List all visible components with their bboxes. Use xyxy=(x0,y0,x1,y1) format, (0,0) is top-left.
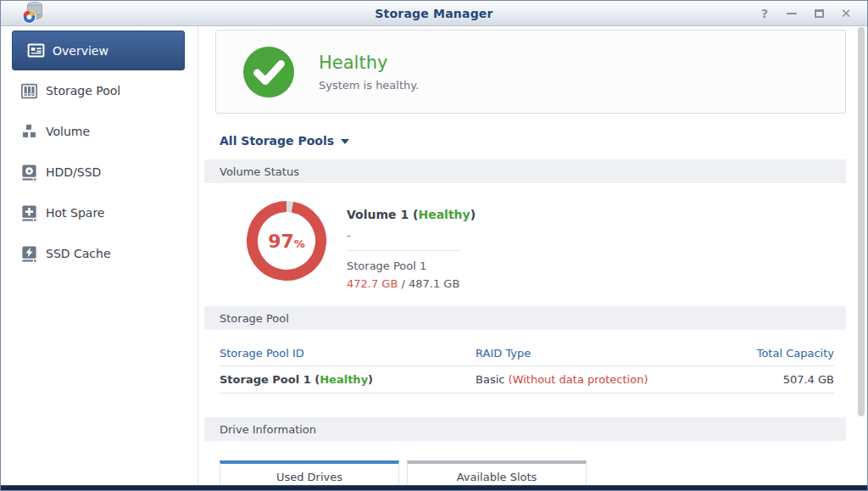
sidebar-item-overview[interactable]: Overview xyxy=(12,31,185,70)
sidebar-item-label: Volume xyxy=(46,125,90,138)
overview-panel: Healthy System is healthy. All Storage P… xyxy=(198,26,856,491)
storage-manager-app-icon xyxy=(21,2,45,25)
health-status-title: Healthy xyxy=(319,53,419,73)
pool-filter-label: All Storage Pools xyxy=(220,134,334,148)
sidebar-item-label: Overview xyxy=(53,44,108,58)
volume-usage-donut-chart: 97% xyxy=(247,201,326,281)
sidebar-item-hot-spare[interactable]: Hot Spare xyxy=(1,192,198,233)
pool-id-cell: Storage Pool 1 (Healthy) xyxy=(220,373,476,386)
sidebar-item-volume[interactable]: Volume xyxy=(1,111,198,152)
volume-status-row: 97% Volume 1 (Healthy) - Storage Pool 1 … xyxy=(247,201,846,302)
sidebar-item-storage-pool[interactable]: Storage Pool xyxy=(1,70,198,111)
storage-manager-window: Storage Manager ? ✕ Overvi xyxy=(0,0,868,491)
section-title: Drive Information xyxy=(220,423,316,436)
storage-pool-table: Storage Pool ID RAID Type Total Capacity… xyxy=(220,340,834,393)
column-header-total-capacity[interactable]: Total Capacity xyxy=(741,347,834,360)
desktop-edge-bar xyxy=(1,485,867,490)
section-header-volume-status: Volume Status xyxy=(204,159,846,183)
volume-description: - xyxy=(347,229,601,242)
raid-type-cell: Basic (Without data protection) xyxy=(476,373,741,386)
volume-cubes-icon xyxy=(20,123,38,141)
capacity-cell: 507.4 GB xyxy=(741,373,834,386)
volume-status-healthy: Healthy xyxy=(418,208,470,221)
window-title: Storage Manager xyxy=(1,7,867,20)
minimize-icon[interactable] xyxy=(784,6,799,21)
maximize-icon[interactable] xyxy=(811,6,826,21)
health-status-message: System is healthy. xyxy=(319,79,419,92)
raid-warning-note: (Without data protection) xyxy=(509,373,648,386)
sidebar-item-label: Hot Spare xyxy=(46,206,104,220)
sidebar: Overview Storage Pool xyxy=(1,26,198,491)
vertical-scrollbar[interactable] xyxy=(856,26,867,491)
help-icon[interactable]: ? xyxy=(757,6,772,21)
title-bar: Storage Manager ? ✕ xyxy=(1,1,867,26)
section-title: Storage Pool xyxy=(220,312,289,325)
volume-used: 472.7 GB xyxy=(347,277,398,290)
section-header-storage-pool: Storage Pool xyxy=(204,306,846,330)
pool-status-healthy: Healthy xyxy=(320,373,368,386)
system-health-card: Healthy System is healthy. xyxy=(215,30,846,114)
table-row[interactable]: Storage Pool 1 (Healthy) Basic (Without … xyxy=(220,365,834,393)
table-header-row: Storage Pool ID RAID Type Total Capacity xyxy=(220,340,834,365)
hot-spare-plus-icon xyxy=(20,204,38,222)
sidebar-item-hdd-ssd[interactable]: HDD/SSD xyxy=(1,152,198,192)
sidebar-item-label: HDD/SSD xyxy=(46,165,101,179)
volume-usage-percent: 97% xyxy=(247,201,326,281)
volume-name: Volume 1 (Healthy) xyxy=(347,208,601,221)
column-header-raid-type[interactable]: RAID Type xyxy=(476,347,741,360)
volume-total: 487.1 GB xyxy=(409,277,459,290)
divider xyxy=(347,250,460,251)
section-title: Volume Status xyxy=(220,165,299,178)
healthy-check-icon xyxy=(242,46,295,98)
section-header-drive-information: Drive Information xyxy=(204,417,846,441)
sidebar-item-label: Storage Pool xyxy=(46,84,120,98)
chevron-down-icon xyxy=(341,139,349,144)
window-controls: ? ✕ xyxy=(757,1,854,26)
overview-card-icon xyxy=(27,42,45,59)
ssd-cache-lightning-icon xyxy=(20,245,38,263)
volume-capacity: 472.7 GB / 487.1 GB xyxy=(347,277,601,290)
column-header-pool-id[interactable]: Storage Pool ID xyxy=(220,347,476,360)
close-icon[interactable]: ✕ xyxy=(838,6,854,21)
scrollbar-thumb[interactable] xyxy=(858,27,865,416)
storage-pool-icon xyxy=(20,82,38,100)
volume-pool-name: Storage Pool 1 xyxy=(347,259,601,272)
sidebar-item-ssd-cache[interactable]: SSD Cache xyxy=(1,233,198,274)
sidebar-item-label: SSD Cache xyxy=(46,247,111,260)
hdd-drive-icon xyxy=(20,164,38,181)
storage-pool-filter-dropdown[interactable]: All Storage Pools xyxy=(220,134,349,148)
